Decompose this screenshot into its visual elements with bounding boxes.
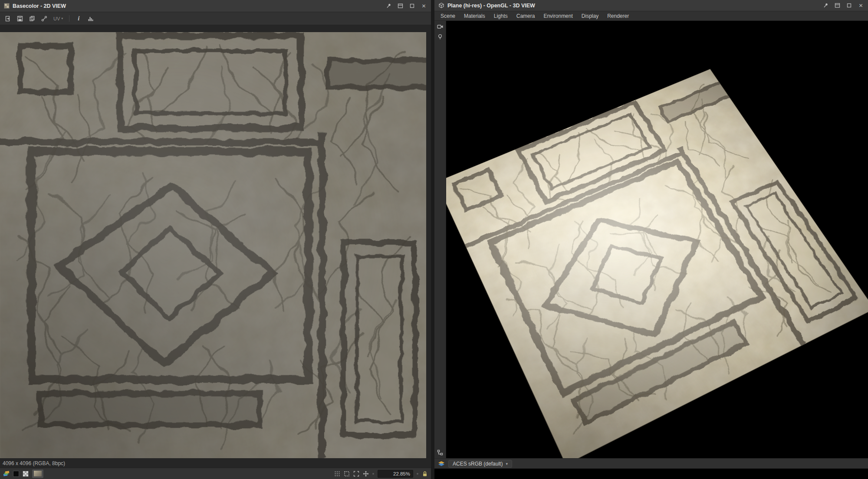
window-controls-2d: ✕ [385,3,427,9]
send-to-graph-icon[interactable] [39,14,49,23]
menu-item-renderer[interactable]: Renderer [603,11,633,21]
viewport-3d[interactable] [446,21,868,458]
scene-hierarchy-icon[interactable] [437,449,443,456]
texture-thumbnail-icon [4,3,10,9]
dock-panel-icon[interactable] [397,3,404,9]
toolbar-2d: UV ▾ i [0,12,431,25]
panel-splitter[interactable] [431,0,434,479]
panel-title-2d: Basecolor - 2D VIEW [13,3,66,9]
viewport-2d[interactable]: 4096 x 4096 (RGBA, 8bpc) [0,25,431,468]
grid-snap-icon[interactable] [334,471,340,477]
pin-icon[interactable] [822,2,829,9]
bottombar-2d: 22.85% [0,468,431,479]
menu-item-lights[interactable]: Lights [490,11,512,21]
panel-2d-view: Basecolor - 2D VIEW ✕ [0,0,431,479]
duplicate-icon[interactable] [27,14,37,23]
export-image-icon[interactable] [3,14,13,23]
content-3d [434,21,868,458]
colorspace-label: ACES sRGB (default) [453,461,503,467]
maximize-icon[interactable] [409,3,415,9]
texture-preview-thumbnail [34,471,42,476]
info-icon[interactable]: i [73,14,84,23]
window-controls-3d: ✕ [822,2,864,9]
plane-mesh [446,69,868,458]
background-black-swatch[interactable] [13,471,19,477]
lock-zoom-icon[interactable] [422,471,428,477]
close-icon[interactable]: ✕ [421,3,427,9]
light-bulb-icon[interactable] [437,34,443,40]
save-icon[interactable] [15,14,25,23]
chevron-down-icon: ▾ [61,16,63,20]
panel-3d-view: Plane (hi-res) - OpenGL - 3D VIEW ✕ Scen… [434,0,868,479]
left-rail-3d [434,21,446,458]
zoom-level-input[interactable]: 22.85% [378,470,413,478]
titlebar-2d: Basecolor - 2D VIEW ✕ [0,0,431,12]
colorspace-dropdown[interactable]: ACES sRGB (default) ▾ [448,460,512,468]
menu-item-scene[interactable]: Scene [436,11,460,21]
bottom-strip [434,469,868,479]
menu-item-display[interactable]: Display [577,11,603,21]
uv-mode-dropdown[interactable]: UV ▾ [51,16,65,21]
dock-panel-icon[interactable] [834,2,841,9]
separator-dot [417,473,418,475]
menu-item-materials[interactable]: Materials [460,11,490,21]
toolbar-separator [69,15,69,22]
cube-icon [438,3,444,9]
color-profile-icon [438,461,445,467]
menubar-3d: Scene Materials Lights Camera Environmen… [434,11,868,21]
texture-preview-button[interactable] [32,469,43,478]
fit-view-icon[interactable] [353,471,359,477]
maximize-icon[interactable] [846,2,852,9]
chevron-down-icon: ▾ [506,462,508,466]
texture-resolution-status: 4096 x 4096 (RGBA, 8bpc) [3,460,65,466]
uv-label: UV [53,16,60,21]
histogram-icon[interactable] [85,14,96,23]
separator-dot [372,473,374,475]
pan-icon[interactable] [363,471,369,477]
menu-item-environment[interactable]: Environment [539,11,577,21]
transform-icon[interactable] [344,471,350,477]
channels-stack-icon[interactable] [3,470,10,477]
close-icon[interactable]: ✕ [858,2,864,9]
bottombar-2d-right: 22.85% [334,470,428,478]
panel-title-3d: Plane (hi-res) - OpenGL - 3D VIEW [447,3,535,9]
camera-icon[interactable] [437,24,444,30]
color-management-bar: ACES sRGB (default) ▾ [434,458,868,469]
background-checker-swatch[interactable] [23,471,29,477]
pin-icon[interactable] [385,3,392,9]
menu-item-camera[interactable]: Camera [512,11,539,21]
titlebar-3d: Plane (hi-res) - OpenGL - 3D VIEW ✕ [434,0,868,11]
texture-2d-image [0,32,426,458]
app-window: Basecolor - 2D VIEW ✕ [0,0,868,479]
